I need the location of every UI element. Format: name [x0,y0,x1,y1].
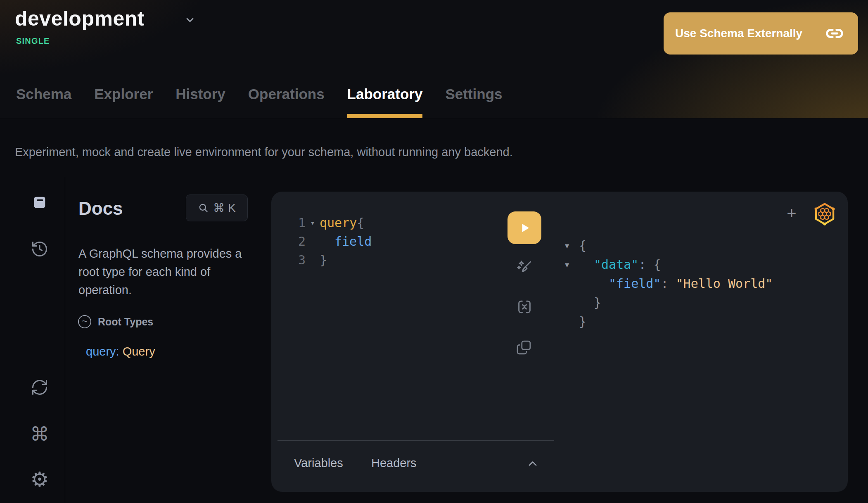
history-clock-icon[interactable] [30,239,50,259]
laboratory-page: development SINGLE Use Schema Externally… [0,0,868,503]
tilde-circle-icon: ~ [78,315,91,328]
play-icon [517,220,532,236]
colon-token: : [638,257,653,272]
response-line: ▼ { [565,236,773,255]
editor-line: 2 field [288,232,372,251]
fold-triangle-icon[interactable]: ▾ [306,214,320,232]
tab-headers[interactable]: Headers [371,456,417,470]
root-field-separator: : [116,345,123,358]
fold-spacer [565,274,579,293]
search-shortcut-label: ⌘ K [213,201,235,215]
link-icon [825,24,844,43]
add-tab-plus-icon[interactable]: + [782,203,802,223]
use-schema-externally-button[interactable]: Use Schema Externally [664,12,858,55]
editor-line: 1 ▾ query{ [288,214,372,232]
brace-token: { [579,236,586,255]
fold-spacer [306,251,320,269]
brace-token: } [579,312,586,331]
fold-spacer [306,232,320,251]
docs-book-icon[interactable] [30,192,50,212]
collapse-chevron-up-icon[interactable] [525,458,541,469]
page-subtitle: Experiment, mock and create live environ… [15,145,513,159]
reload-icon[interactable] [30,377,50,397]
prettify-magic-broom-icon[interactable] [515,259,534,277]
fold-triangle-icon[interactable]: ▼ [565,236,579,255]
editor-footer-divider [277,440,554,441]
tab-laboratory[interactable]: Laboratory [347,86,423,118]
tab-explorer[interactable]: Explorer [94,86,153,118]
line-number: 2 [288,232,306,251]
fold-spacer [565,293,579,312]
docs-description: A GraphQL schema provides a root type fo… [78,244,259,299]
colon-token: : [661,276,676,291]
brace-token: { [357,216,364,230]
tab-history[interactable]: History [175,86,225,118]
docs-search-button[interactable]: ⌘ K [186,195,248,221]
root-type-name: Query [123,345,155,358]
response-line: ▼ "data": { [565,255,773,274]
docs-heading: Docs [78,198,123,219]
response-line: } [565,312,773,331]
root-types-section[interactable]: ~ Root Types [78,315,153,328]
response-viewer: ▼ { ▼ "data": { "field": "Hello World" }… [565,236,773,331]
tab-variables[interactable]: Variables [294,456,343,470]
tab-operations[interactable]: Operations [248,86,325,118]
sidebar-divider [65,177,65,503]
brace-token: } [579,293,601,312]
tab-schema[interactable]: Schema [16,86,71,118]
editor-line: 3 } [288,251,372,269]
execute-query-button[interactable] [508,211,541,244]
merge-fragments-icon[interactable] [515,298,534,316]
json-key-field: "field" [609,276,661,291]
root-field-name: query [86,345,116,358]
use-schema-externally-label: Use Schema Externally [675,27,802,40]
fold-spacer [565,312,579,331]
tab-settings[interactable]: Settings [445,86,502,118]
main-nav-tabs: Schema Explorer History Operations Labor… [16,0,503,118]
command-shortcuts-icon[interactable]: ⌘ [30,424,50,444]
search-icon [198,202,209,214]
json-key-data: "data" [594,257,638,272]
graphql-hive-logo-icon[interactable] [812,202,837,226]
line-number: 3 [288,251,306,269]
settings-gear-icon[interactable]: ⚙ [30,470,50,489]
response-line: } [565,293,773,312]
query-editor[interactable]: 1 ▾ query{ 2 field 3 } [288,214,372,269]
response-line: "field": "Hello World" [565,274,773,293]
field-token: field [320,232,372,251]
json-value-hello-world: "Hello World" [676,276,773,291]
copy-query-icon[interactable] [515,339,534,357]
fold-triangle-icon[interactable]: ▼ [565,255,579,274]
root-types-label: Root Types [98,316,153,328]
line-number: 1 [288,214,306,232]
keyword-token: query [320,216,357,230]
root-query-link[interactable]: query: Query [86,345,155,358]
brace-token: } [320,251,327,269]
page-header: development SINGLE Use Schema Externally… [0,0,868,118]
brace-token: { [654,257,661,272]
